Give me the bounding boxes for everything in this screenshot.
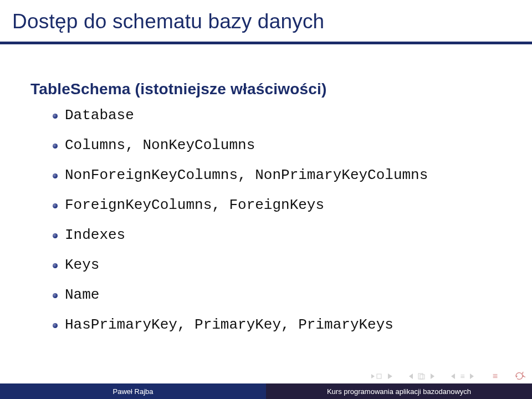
content-area: TableSchema (istotniejsze właściwości) D… xyxy=(30,80,502,346)
svg-rect-6 xyxy=(420,375,424,379)
page-title: Dostęp do schematu bazy danych xyxy=(12,10,324,33)
subtitle: TableSchema (istotniejsze właściwości) xyxy=(30,80,502,98)
footer-author: Paweł Rajba xyxy=(0,383,266,399)
footer-course: Kurs programowania aplikacji bazodanowyc… xyxy=(266,383,532,399)
nav-prev-frame-icon[interactable] xyxy=(409,373,434,380)
svg-marker-0 xyxy=(371,374,375,378)
svg-marker-8 xyxy=(451,374,455,379)
list-item: Columns, NonKeyColumns xyxy=(53,137,502,154)
svg-rect-1 xyxy=(377,374,381,378)
list-item: Database xyxy=(53,107,502,124)
svg-marker-7 xyxy=(431,374,434,379)
list-item: HasPrimaryKey, PrimaryKey, PrimaryKeys xyxy=(53,316,502,333)
list-item: Keys xyxy=(53,257,502,273)
nav-next-section-icon[interactable]: ≡ xyxy=(490,371,498,381)
nav-prev-slide-icon[interactable] xyxy=(371,373,392,380)
svg-marker-3 xyxy=(388,374,392,379)
footer: Paweł Rajba Kurs programowania aplikacji… xyxy=(0,383,532,399)
list-item: Name xyxy=(53,287,502,303)
list-item: ForeignKeyColumns, ForeignKeys xyxy=(53,197,502,213)
slide: Dostęp do schematu bazy danych TableSche… xyxy=(0,0,532,399)
list-item: NonForeignKeyColumns, NonPrimaryKeyColum… xyxy=(53,167,502,183)
svg-marker-9 xyxy=(470,374,474,379)
title-bar: Dostęp do schematu bazy danych xyxy=(0,0,532,44)
item-list: Database Columns, NonKeyColumns NonForei… xyxy=(53,107,502,333)
nav-prev-section-icon[interactable]: ≡ xyxy=(451,372,473,380)
nav-symbols: ≡ ≡ xyxy=(371,371,525,381)
nav-reload-icon[interactable] xyxy=(514,372,525,381)
svg-marker-4 xyxy=(409,374,413,379)
svg-marker-10 xyxy=(515,376,518,378)
list-item: Indexes xyxy=(53,227,502,243)
